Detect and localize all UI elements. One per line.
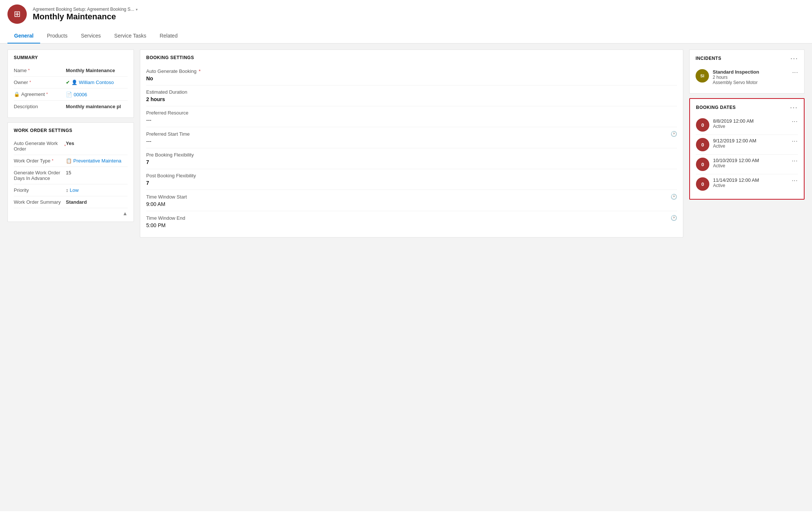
breadcrumb-text: Agreement Booking Setup: Agreement Booki… — [33, 7, 134, 12]
booking-date-value-2: 9/12/2019 12:00 AM — [713, 138, 788, 143]
booking-date-avatar-1: 0 — [696, 118, 709, 132]
booking-date-info-4: 11/14/2019 12:00 AM Active — [713, 177, 788, 188]
booking-date-more-3[interactable]: ··· — [792, 158, 798, 164]
booking-date-item-3: 0 10/10/2019 12:00 AM Active ··· — [696, 155, 798, 174]
booking-date-value-3: 10/10/2019 12:00 AM — [713, 158, 788, 163]
required-indicator: * — [52, 159, 54, 163]
summary-title: SUMMARY — [14, 55, 128, 60]
field-value-name: Monthly Maintenance — [66, 68, 128, 73]
booking-date-status-3: Active — [713, 163, 788, 168]
booking-date-value-1: 8/8/2019 12:00 AM — [713, 118, 788, 124]
booking-settings-title: BOOKING SETTINGS — [146, 55, 677, 60]
booking-settings-card: BOOKING SETTINGS Auto Generate Booking *… — [140, 49, 683, 238]
sort-icon: ↕ — [66, 187, 68, 193]
tab-general[interactable]: General — [7, 28, 40, 43]
clock-icon: 🕐 — [671, 131, 677, 137]
incident-more-button[interactable]: ··· — [792, 69, 798, 76]
field-work-order-type: Work Order Type * 📋 Preventative Mainten… — [14, 155, 128, 167]
required-indicator: * — [199, 68, 200, 74]
booking-value-preferred-start-time: --- — [146, 138, 677, 144]
booking-date-status-2: Active — [713, 143, 788, 149]
booking-value-preferred-resource: --- — [146, 117, 677, 123]
tab-service-tasks[interactable]: Service Tasks — [107, 28, 153, 43]
booking-field-time-window-start: Time Window Start 🕐 9:00 AM — [146, 190, 677, 211]
booking-field-post-booking: Post Booking Flexibility 7 — [146, 169, 677, 190]
field-auto-generate: Auto Generate Work Order * Yes — [14, 138, 128, 155]
booking-date-info-2: 9/12/2019 12:00 AM Active — [713, 138, 788, 149]
breadcrumb[interactable]: Agreement Booking Setup: Agreement Booki… — [33, 7, 138, 12]
field-name: Name * Monthly Maintenance — [14, 65, 128, 77]
page-title: Monthly Maintenance — [33, 12, 138, 22]
field-value-work-order-type[interactable]: 📋 Preventative Maintena — [66, 158, 128, 164]
required-indicator: * — [29, 80, 31, 84]
field-value-auto-generate: Yes — [66, 141, 128, 146]
booking-field-time-window-end: Time Window End 🕐 5:00 PM — [146, 211, 677, 232]
booking-label-time-window-start: Time Window Start 🕐 — [146, 194, 677, 200]
header-text: Agreement Booking Setup: Agreement Booki… — [33, 7, 138, 22]
app-header: ⊞ Agreement Booking Setup: Agreement Boo… — [0, 0, 812, 28]
app-icon: ⊞ — [7, 4, 27, 24]
tab-services[interactable]: Services — [74, 28, 107, 43]
field-label-work-order-type: Work Order Type * — [14, 158, 66, 164]
booking-value-time-window-end: 5:00 PM — [146, 222, 677, 228]
clock-icon-end: 🕐 — [671, 215, 677, 221]
booking-date-avatar-3: 0 — [696, 158, 709, 171]
booking-value-pre-booking: 7 — [146, 159, 677, 165]
incident-duration: 2 hours — [713, 75, 789, 80]
field-label-auto-generate: Auto Generate Work Order * — [14, 141, 66, 152]
incident-title: Standard Inspection — [713, 69, 789, 75]
work-order-settings-title: WORK ORDER SETTINGS — [14, 128, 128, 133]
incident-description: Assembly Servo Motor — [713, 80, 789, 85]
booking-date-item-1: 0 8/8/2019 12:00 AM Active ··· — [696, 115, 798, 135]
incident-item: SI Standard Inspection 2 hours Assembly … — [696, 66, 798, 88]
field-value-agreement[interactable]: 📄 00006 — [66, 91, 128, 97]
booking-date-item-2: 0 9/12/2019 12:00 AM Active ··· — [696, 135, 798, 155]
tabs-bar: General Products Services Service Tasks … — [0, 28, 812, 43]
booking-date-info-3: 10/10/2019 12:00 AM Active — [713, 158, 788, 168]
booking-date-more-1[interactable]: ··· — [792, 118, 798, 125]
booking-date-info-1: 8/8/2019 12:00 AM Active — [713, 118, 788, 129]
check-icon: ✔ — [66, 80, 70, 85]
booking-date-status-4: Active — [713, 183, 788, 188]
booking-label-estimated-duration: Estimated Duration — [146, 89, 677, 95]
booking-field-auto-generate: Auto Generate Booking * No — [146, 65, 677, 86]
app-icon-symbol: ⊞ — [14, 9, 20, 19]
booking-value-time-window-start: 9:00 AM — [146, 201, 677, 207]
tab-products[interactable]: Products — [40, 28, 74, 43]
field-agreement: 🔒 Agreement * 📄 00006 — [14, 88, 128, 101]
lock-icon: 🔒 — [14, 91, 20, 97]
booking-dates-more-button[interactable]: ··· — [790, 104, 798, 111]
field-work-order-summary: Work Order Summary Standard — [14, 196, 128, 208]
booking-field-preferred-start-time: Preferred Start Time 🕐 --- — [146, 127, 677, 148]
booking-label-auto-generate: Auto Generate Booking * — [146, 68, 677, 74]
booking-value-estimated-duration: 2 hours — [146, 96, 677, 102]
booking-date-value-4: 11/14/2019 12:00 AM — [713, 177, 788, 183]
field-generate-days: Generate Work Order Days In Advance 15 — [14, 167, 128, 184]
booking-label-post-booking: Post Booking Flexibility — [146, 173, 677, 178]
field-label-work-order-summary: Work Order Summary — [14, 199, 66, 205]
person-icon: 👤 — [71, 80, 77, 85]
required-indicator: * — [46, 92, 48, 96]
field-value-work-order-summary: Standard — [66, 199, 128, 205]
tab-related[interactable]: Related — [153, 28, 184, 43]
booking-value-auto-generate: No — [146, 75, 677, 81]
scroll-up-icon[interactable]: ▲ — [122, 210, 128, 216]
field-value-priority[interactable]: ↕ Low — [66, 187, 128, 193]
booking-dates-title: BOOKING DATES — [696, 105, 736, 110]
booking-date-item-4: 0 11/14/2019 12:00 AM Active ··· — [696, 174, 798, 194]
center-column: BOOKING SETTINGS Auto Generate Booking *… — [140, 49, 683, 505]
field-value-owner[interactable]: ✔ 👤 William Contoso — [66, 80, 128, 85]
incidents-more-button[interactable]: ··· — [790, 55, 798, 62]
booking-date-more-2[interactable]: ··· — [792, 138, 798, 145]
field-priority: Priority ↕ Low — [14, 184, 128, 196]
field-label-agreement: 🔒 Agreement * — [14, 91, 66, 97]
booking-date-more-4[interactable]: ··· — [792, 177, 798, 184]
chevron-down-icon: ▾ — [136, 7, 138, 12]
field-label-owner: Owner * — [14, 80, 66, 85]
booking-value-post-booking: 7 — [146, 180, 677, 186]
field-label-priority: Priority — [14, 187, 66, 193]
booking-label-preferred-resource: Preferred Resource — [146, 110, 677, 116]
right-column: INCIDENTS ··· SI Standard Inspection 2 h… — [689, 49, 805, 505]
booking-field-pre-booking: Pre Booking Flexibility 7 — [146, 148, 677, 169]
field-value-generate-days: 15 — [66, 170, 128, 175]
